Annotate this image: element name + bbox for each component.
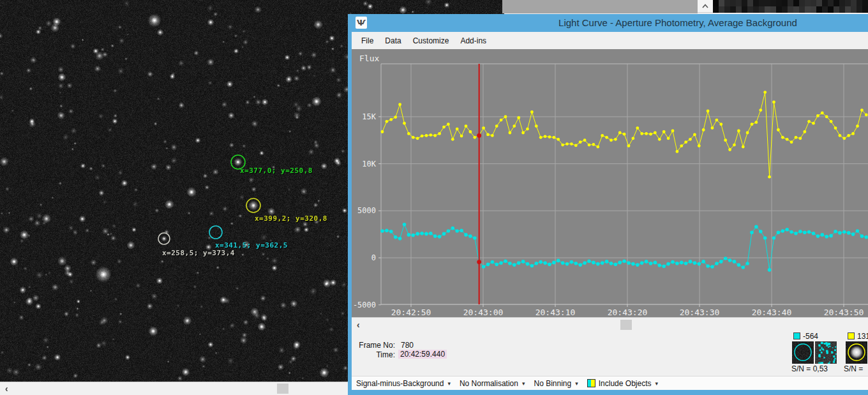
menu-customize[interactable]: Customize — [407, 34, 455, 48]
svg-text:20:43:00: 20:43:00 — [463, 308, 504, 317]
light-curve-chart[interactable]: 20:42:5020:43:0020:43:1020:43:2020:43:30… — [352, 49, 868, 317]
svg-text:10K: 10K — [362, 160, 376, 168]
chevron-up-icon — [701, 3, 709, 10]
light-curve-window: Ѱ Light Curve - Aperture Photometry, Ave… — [348, 14, 868, 395]
frame-info-panel: Frame No: 780 Time: 20:42:59.440 -564 S/… — [352, 331, 868, 376]
yellow-sn-value: S/N = — [844, 364, 863, 373]
chart-options-toolbar: Signal-minus-Background▾No Normalisation… — [352, 376, 868, 390]
svg-text:20:43:10: 20:43:10 — [535, 308, 576, 317]
menu-addins[interactable]: Add-ins — [454, 34, 492, 48]
toolbar-dropdown-include-objects[interactable]: Include Objects▾ — [587, 379, 658, 388]
scroll-left-icon[interactable]: ‹ — [357, 319, 360, 331]
cyan-object-thumbnail — [792, 341, 814, 364]
starfield-horizontal-scrollbar[interactable]: ‹ — [0, 382, 348, 395]
svg-text:20:43:30: 20:43:30 — [680, 308, 720, 317]
toolbar-label: Include Objects — [599, 379, 652, 388]
menu-data[interactable]: Data — [379, 34, 407, 48]
object-coord-label-1: x=399,2; y=320,8 — [255, 214, 327, 223]
starfield-scrollbar-thumb[interactable] — [277, 384, 288, 394]
yellow-flux-value: 1312 — [857, 332, 868, 341]
toolbar-label: Signal-minus-Background — [356, 379, 444, 388]
yellow-color-chip — [848, 332, 855, 339]
cyan-sn-value: S/N = 0,53 — [791, 364, 828, 373]
toolbar-dropdown-signal-minus-background[interactable]: Signal-minus-Background▾ — [356, 379, 451, 388]
series-line-object-cyan--564 — [382, 225, 866, 270]
cyan-flux-value: -564 — [803, 332, 818, 341]
menu-bar: FileDataCustomizeAdd-ins — [352, 32, 868, 49]
chevron-down-icon: ▾ — [522, 380, 525, 387]
time-label: Time: — [357, 350, 395, 359]
frame-no-value: 780 — [401, 341, 414, 350]
frame-no-label: Frame No: — [357, 341, 395, 350]
object-coord-label-0: x=377,0; y=250,8 — [240, 167, 313, 175]
svg-text:Flux: Flux — [359, 54, 379, 63]
svg-text:20:42:50: 20:42:50 — [391, 308, 431, 317]
time-value: 20:42:59.440 — [398, 350, 447, 359]
svg-text:-5000: -5000 — [353, 301, 376, 309]
current-frame-marker — [477, 260, 481, 264]
svg-text:20:43:20: 20:43:20 — [608, 308, 648, 317]
svg-text:5000: 5000 — [357, 206, 376, 215]
background-image-strip — [713, 0, 868, 13]
menu-file[interactable]: File — [355, 34, 379, 48]
chevron-down-icon: ▾ — [655, 380, 658, 387]
current-frame-marker — [477, 133, 481, 138]
chart-horizontal-scrollbar[interactable]: ‹ — [352, 317, 868, 331]
yellow-object-thumbnail — [846, 341, 867, 364]
toolbar-label: No Normalisation — [460, 379, 518, 388]
toolbar-dropdown-no-normalisation[interactable]: No Normalisation▾ — [460, 379, 525, 388]
toolbar-label: No Binning — [534, 379, 572, 388]
include-objects-colors-icon — [587, 379, 595, 387]
chevron-down-icon: ▾ — [447, 380, 451, 387]
svg-text:15K: 15K — [362, 112, 376, 121]
svg-text:20:43:40: 20:43:40 — [752, 308, 792, 317]
object-coord-label-3: x=258,5; y=373,4 — [162, 249, 235, 257]
window-title: Light Curve - Aperture Photometry, Avera… — [348, 14, 868, 32]
cyan-pixel-mask-thumbnail — [815, 341, 837, 364]
light-curve-plot-panel: 20:42:5020:43:0020:43:1020:43:2020:43:30… — [352, 49, 868, 317]
window-titlebar[interactable]: Ѱ Light Curve - Aperture Photometry, Ave… — [348, 14, 868, 32]
screen: x=377,0; y=250,8x=399,2; y=320,8x=341,5;… — [0, 0, 868, 395]
svg-text:20:43:50: 20:43:50 — [824, 308, 864, 317]
scroll-up-button[interactable] — [698, 0, 713, 13]
cyan-color-chip — [793, 332, 800, 339]
scroll-left-icon[interactable]: ‹ — [5, 383, 8, 394]
toolbar-dropdown-no-binning[interactable]: No Binning▾ — [534, 379, 578, 388]
svg-text:0: 0 — [371, 253, 376, 262]
chart-scrollbar-thumb[interactable] — [620, 320, 632, 330]
chevron-down-icon: ▾ — [575, 380, 578, 387]
background-window-strip — [502, 0, 698, 13]
